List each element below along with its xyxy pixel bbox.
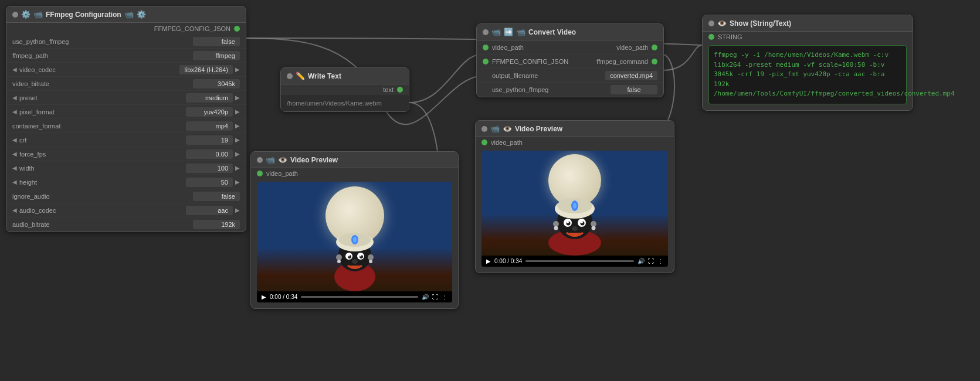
input-dot[interactable]	[483, 59, 489, 64]
arrow-icon: ➡️	[504, 28, 513, 36]
output-dot[interactable]	[397, 87, 403, 93]
video-thumb-2	[481, 151, 668, 256]
input-label: output_filename	[483, 72, 605, 79]
input-dot[interactable]	[481, 140, 487, 145]
pencil-icon: ✏️	[296, 72, 305, 80]
vp-input-row: video_path	[251, 168, 458, 179]
cv-row-output-filename: output_filename converted.mp4	[477, 69, 663, 83]
field-value[interactable]: 192k	[193, 220, 240, 229]
arrow-left-icon[interactable]: ◀	[12, 108, 17, 115]
progress-bar-1[interactable]	[301, 296, 418, 298]
svg-point-27	[567, 221, 569, 223]
more-icon-1[interactable]: ⋮	[442, 294, 447, 300]
output-label: video_path	[616, 44, 648, 51]
gear3-icon: ⚙️	[137, 10, 146, 19]
output-dot[interactable]	[234, 26, 240, 32]
arrow-right-icon[interactable]: ▶	[235, 108, 240, 115]
show-string-node: 👁️ Show (String/Text) STRING ffmpeg -y -…	[702, 15, 913, 111]
arrow-left-icon[interactable]: ◀	[12, 66, 17, 73]
field-label: force_fps	[19, 151, 186, 158]
field-label: audio_codec	[19, 207, 186, 214]
arrow-left-icon[interactable]: ◀	[12, 207, 17, 213]
node-status-dot	[12, 12, 18, 18]
field-value[interactable]: yuv420p	[186, 107, 233, 117]
field-width: ◀ width 100 ▶	[6, 161, 246, 175]
field-value[interactable]: 19	[186, 135, 233, 145]
video-preview-2-header: 📹 👁️ Video Preview	[476, 121, 674, 137]
field-ignore-audio: ignore_audio false	[6, 189, 246, 203]
input-dot[interactable]	[257, 171, 263, 176]
field-value[interactable]: libx264 (H.264)	[179, 65, 233, 74]
node-status-dot	[287, 73, 293, 79]
field-value[interactable]: medium	[186, 93, 233, 103]
field-value[interactable]: false	[193, 37, 240, 46]
arrow-left-icon[interactable]: ◀	[12, 165, 17, 171]
svg-point-22	[573, 203, 577, 209]
field-value[interactable]: aac	[186, 206, 233, 215]
svg-point-12	[352, 259, 358, 264]
arrow-right-icon[interactable]: ▶	[235, 123, 240, 129]
video-preview-1-node: 📹 👁️ Video Preview video_path	[250, 151, 459, 309]
arrow-left-icon[interactable]: ◀	[12, 94, 17, 101]
more-icon-2[interactable]: ⋮	[657, 258, 663, 264]
arrow-right-icon[interactable]: ▶	[235, 207, 240, 213]
field-label: pixel_format	[19, 108, 186, 115]
field-label: video_codec	[19, 66, 179, 73]
input-dot[interactable]	[708, 34, 714, 40]
arrow-right-icon[interactable]: ▶	[235, 165, 240, 171]
video-preview-1-header: 📹 👁️ Video Preview	[251, 152, 458, 168]
video-icon2: 📹	[516, 28, 525, 36]
play-button-2[interactable]: ▶	[486, 258, 491, 264]
time-display-2: 0:00 / 0:34	[494, 258, 522, 264]
field-value[interactable]: converted.mp4	[605, 71, 657, 80]
character-svg	[308, 209, 402, 291]
field-value[interactable]: 0.00	[186, 149, 233, 159]
output-label: FFMPEG_CONFIG_JSON	[154, 25, 230, 32]
arrow-right-icon[interactable]: ▶	[235, 179, 240, 185]
field-value[interactable]: 50	[186, 178, 233, 187]
arrow-right-icon[interactable]: ▶	[235, 137, 240, 143]
field-value[interactable]: false	[611, 85, 657, 94]
svg-point-13	[336, 254, 342, 260]
field-label: ignore_audio	[12, 193, 193, 200]
arrow-left-icon[interactable]: ◀	[12, 179, 17, 185]
field-value[interactable]: mp4	[186, 121, 233, 131]
arrow-right-icon[interactable]: ▶	[235, 66, 240, 73]
volume-icon-2[interactable]: 🔊	[637, 258, 645, 264]
input-label: FFMPEG_CONFIG_JSON	[492, 58, 596, 65]
input-label: STRING	[718, 33, 742, 40]
field-value[interactable]: 100	[186, 164, 233, 173]
arrow-left-icon[interactable]: ◀	[12, 151, 17, 157]
field-ffmpeg-path: ffmpeg_path ffmpeg	[6, 49, 246, 63]
convert-video-node: 📹 ➡️ 📹 Convert Video video_path video_pa…	[476, 23, 664, 97]
volume-icon-1[interactable]: 🔊	[422, 294, 429, 300]
field-value[interactable]: 3045k	[193, 79, 240, 89]
field-pixel-format: ◀ pixel_format yuv420p ▶	[6, 105, 246, 119]
video-icon: 📹	[33, 10, 43, 19]
svg-point-33	[592, 226, 596, 230]
output-dot[interactable]	[652, 45, 657, 50]
field-label: container_format	[12, 123, 186, 130]
field-video-codec: ◀ video_codec libx264 (H.264) ▶	[6, 63, 246, 77]
video-camera-icon: 📹	[490, 124, 500, 133]
field-video-bitrate: video_bitrate 3045k	[6, 77, 246, 91]
ffmpeg-config-output-row: FFMPEG_CONFIG_JSON	[6, 23, 246, 35]
arrow-right-icon[interactable]: ▶	[235, 151, 240, 157]
svg-point-11	[360, 255, 361, 257]
fullscreen-icon-1[interactable]: ⛶	[432, 294, 438, 300]
progress-bar-2[interactable]	[525, 260, 634, 262]
output-dot[interactable]	[652, 59, 657, 64]
arrow-left-icon[interactable]: ◀	[12, 137, 17, 143]
node-status-dot	[481, 126, 487, 132]
ffmpeg-config-header: ⚙️ 📹 FFmpeg Configuration 📹 ⚙️	[6, 6, 246, 23]
write-text-node: ✏️ Write Text text /home/umen/Videos/Kam…	[280, 67, 409, 112]
video-container-2: ▶ 0:00 / 0:34 🔊 ⛶ ⋮	[481, 151, 668, 267]
input-dot[interactable]	[483, 45, 489, 50]
arrow-right-icon[interactable]: ▶	[235, 94, 240, 101]
fullscreen-icon-2[interactable]: ⛶	[648, 258, 654, 264]
node-title: FFmpeg Configuration	[46, 11, 121, 19]
text-value: /home/umen/Videos/Kame.webm	[287, 100, 382, 107]
play-button-1[interactable]: ▶	[262, 294, 266, 300]
field-value[interactable]: ffmpeg	[193, 51, 240, 60]
field-value[interactable]: false	[193, 192, 240, 201]
